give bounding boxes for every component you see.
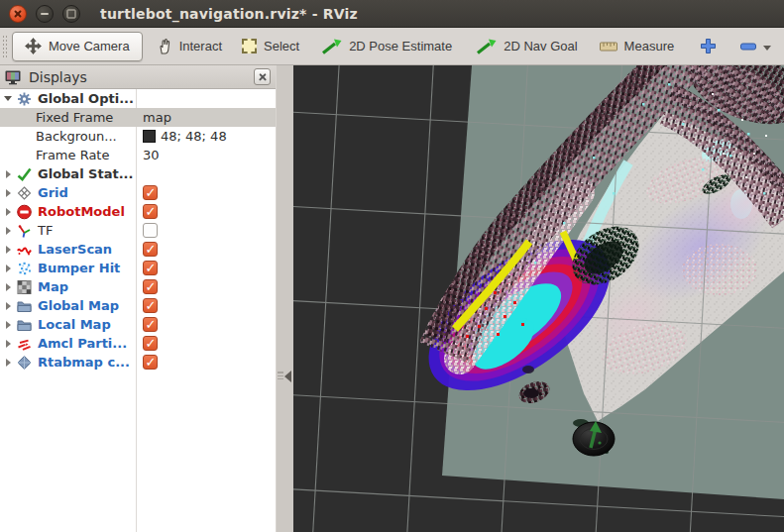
tree-row-bumper-hit[interactable]: Bumper Hit [0, 259, 276, 277]
minimize-window-button[interactable] [36, 5, 54, 23]
display-name: Global Opti... [38, 91, 134, 106]
expand-arrow-icon[interactable] [0, 189, 16, 197]
display-name: LaserScan [38, 242, 112, 257]
panel-splitter[interactable] [277, 65, 293, 532]
display-name: RobotModel [38, 204, 125, 219]
robot-error-icon [16, 204, 33, 220]
property-name: Frame Rate [36, 148, 109, 162]
expand-arrow-icon[interactable] [0, 302, 16, 310]
3d-viewport[interactable] [293, 65, 784, 532]
grid-icon [16, 185, 33, 201]
monitor-icon [5, 69, 22, 85]
laserscan-icon [16, 242, 33, 258]
hand-icon [157, 38, 172, 54]
remove-tool-button[interactable] [740, 43, 771, 51]
display-name: Bumper Hit [38, 261, 120, 275]
expand-arrow-icon[interactable] [0, 359, 16, 367]
tool-label: Select [264, 39, 299, 53]
toolbar-drag-handle[interactable] [2, 35, 8, 58]
tool-measure[interactable]: Measure [600, 32, 675, 61]
tree-row-fixed-frame[interactable]: Fixed Frame map [0, 108, 276, 127]
enabled-checkbox[interactable] [143, 355, 158, 370]
selection-box-icon [242, 39, 257, 53]
display-name: Global Stat... [38, 166, 134, 181]
enabled-checkbox[interactable] [143, 261, 158, 275]
move-camera-icon [25, 38, 42, 54]
tree-row-robotmodel[interactable]: RobotModel [0, 202, 276, 221]
add-tool-button[interactable] [700, 38, 717, 54]
property-value[interactable]: 48; 48; 48 [161, 129, 227, 144]
gear-icon [16, 91, 33, 107]
tree-row-global-map[interactable]: Global Map [0, 296, 276, 315]
displays-panel: Displays [0, 65, 276, 532]
titlebar[interactable]: turtlebot_navigation.rviz* - RViz [0, 0, 784, 28]
tree-row-global-status[interactable]: Global Stat... [0, 164, 276, 183]
window-title: turtlebot_navigation.rviz* - RViz [100, 6, 358, 22]
enabled-checkbox[interactable] [143, 223, 158, 238]
folder-icon [16, 298, 33, 314]
main-area: Displays [0, 65, 784, 532]
displays-panel-header[interactable]: Displays [0, 65, 276, 89]
expand-arrow-icon[interactable] [0, 321, 16, 329]
tool-label: Measure [624, 39, 675, 53]
expand-arrow-icon[interactable] [0, 340, 16, 348]
tool-2d-pose-estimate[interactable]: 2D Pose Estimate [321, 32, 452, 61]
tree-row-amcl-particles[interactable]: Amcl Parti... [0, 334, 276, 353]
rviz-window: turtlebot_navigation.rviz* - RViz Move C… [0, 0, 784, 532]
tree-row-tf[interactable]: TF [0, 221, 276, 240]
render-scene [293, 65, 784, 532]
tool-select[interactable]: Select [242, 32, 299, 61]
splitter-grip[interactable] [278, 372, 283, 381]
tree-row-laserscan[interactable]: LaserScan [0, 240, 276, 259]
tree-row-global-options[interactable]: Global Opti... [0, 89, 276, 108]
tree-row-grid[interactable]: Grid [0, 183, 276, 202]
expand-arrow-icon[interactable] [0, 208, 16, 216]
maximize-window-button[interactable] [62, 5, 80, 23]
enabled-checkbox[interactable] [143, 298, 158, 313]
property-value[interactable]: 30 [143, 148, 160, 162]
panel-close-button[interactable] [254, 68, 271, 85]
tool-move-camera[interactable]: Move Camera [12, 32, 143, 61]
tree-row-frame-rate[interactable]: Frame Rate 30 [0, 146, 276, 164]
tool-label: 2D Nav Goal [504, 39, 577, 53]
expand-arrow-icon[interactable] [0, 246, 16, 254]
tree-row-background-color[interactable]: Backgroun... 48; 48; 48 [0, 127, 276, 146]
enabled-checkbox[interactable] [143, 317, 158, 332]
panel-title: Displays [29, 69, 87, 85]
tool-label: Interact [179, 39, 222, 53]
close-window-button[interactable] [9, 5, 27, 23]
toolbar: Move Camera Interact Select 2D Pose Esti… [0, 28, 784, 65]
display-name: Grid [38, 185, 68, 200]
enabled-checkbox[interactable] [143, 279, 158, 294]
map-checker-icon [16, 279, 33, 295]
status-ok-icon [16, 166, 33, 182]
diamond-icon [16, 355, 33, 371]
enabled-checkbox[interactable] [143, 336, 158, 351]
tool-2d-nav-goal[interactable]: 2D Nav Goal [476, 32, 577, 61]
plus-icon [700, 38, 717, 54]
collapse-arrow-icon[interactable] [0, 96, 16, 101]
property-value[interactable]: map [143, 110, 171, 125]
tool-interact[interactable]: Interact [157, 32, 222, 61]
axes-icon [16, 223, 33, 239]
expand-arrow-icon[interactable] [0, 227, 16, 235]
expand-arrow-icon[interactable] [0, 170, 16, 178]
tool-label: 2D Pose Estimate [349, 39, 452, 53]
chevron-down-icon [763, 46, 771, 51]
bumper-dots-icon [16, 261, 33, 276]
enabled-checkbox[interactable] [143, 204, 158, 219]
tree-row-rtabmap-cloud[interactable]: Rtabmap c... [0, 353, 276, 372]
enabled-checkbox[interactable] [143, 242, 158, 257]
expand-arrow-icon[interactable] [0, 283, 16, 291]
robot [573, 421, 615, 456]
tree-row-local-map[interactable]: Local Map [0, 315, 276, 334]
splitter-collapse-icon[interactable] [284, 371, 291, 382]
property-name: Fixed Frame [36, 110, 113, 125]
color-swatch[interactable] [143, 130, 156, 143]
tree-row-map[interactable]: Map [0, 277, 276, 296]
display-name: Map [38, 279, 68, 294]
enabled-checkbox[interactable] [143, 185, 158, 200]
expand-arrow-icon[interactable] [0, 265, 16, 272]
green-arrow-icon [476, 39, 497, 54]
display-name: Amcl Parti... [38, 336, 127, 351]
